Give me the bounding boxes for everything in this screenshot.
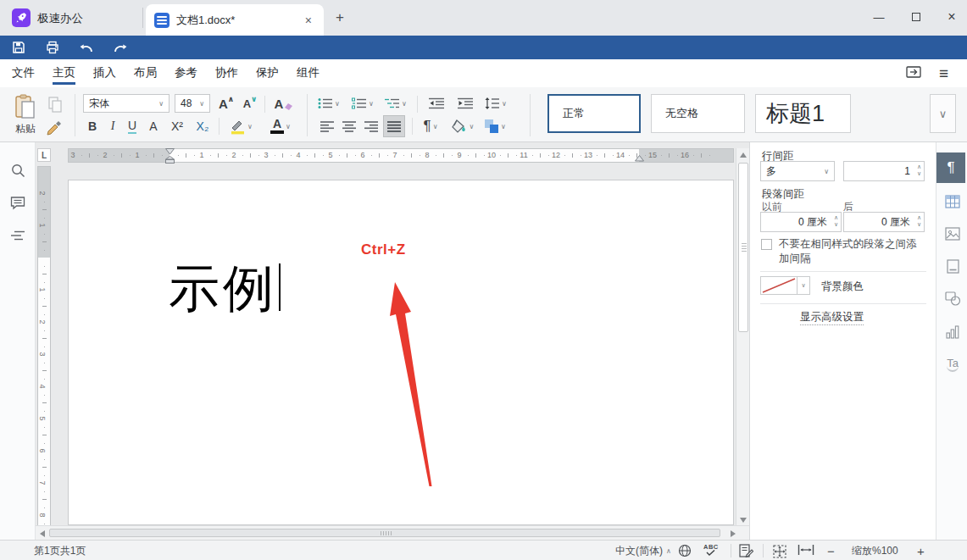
language-selector[interactable]: 中文(简体) ∧ bbox=[615, 544, 671, 558]
borders-button[interactable]: ∨ bbox=[480, 116, 510, 136]
undo-button[interactable] bbox=[75, 39, 98, 56]
spinner-up-icon[interactable]: ∧ bbox=[917, 164, 921, 170]
align-left-button[interactable] bbox=[317, 116, 337, 136]
spinner-down-icon[interactable]: ∨ bbox=[917, 221, 921, 228]
styles-gallery-expand-button[interactable]: ∨ bbox=[930, 94, 956, 133]
horizontal-scrollbar[interactable] bbox=[36, 525, 749, 540]
multilevel-list-button[interactable]: ∨ bbox=[381, 94, 410, 113]
outline-button[interactable] bbox=[8, 226, 27, 245]
tab-close-icon[interactable]: × bbox=[302, 14, 315, 27]
clear-format-button[interactable]: A bbox=[271, 94, 297, 113]
scroll-right-arrow[interactable] bbox=[731, 530, 736, 537]
grow-font-button[interactable]: A∧ bbox=[215, 94, 237, 113]
image-panel-tab[interactable] bbox=[942, 224, 963, 244]
hamburger-menu-button[interactable]: ≡ bbox=[939, 64, 948, 83]
app-logo-icon[interactable] bbox=[12, 8, 31, 27]
left-indent-marker[interactable] bbox=[165, 156, 175, 164]
font-color-button[interactable]: A ∨ bbox=[264, 116, 297, 136]
bold-button[interactable]: B bbox=[84, 116, 101, 136]
style-no-spacing[interactable]: 无空格 bbox=[651, 94, 745, 133]
line-spacing-button[interactable]: ∨ bbox=[481, 94, 510, 113]
fit-page-button[interactable] bbox=[772, 544, 787, 559]
comments-button[interactable] bbox=[8, 193, 27, 212]
font-size-select[interactable]: 48 ∨ bbox=[175, 94, 210, 113]
vertical-scrollbar[interactable] bbox=[736, 148, 749, 528]
underline-button[interactable]: U bbox=[124, 116, 141, 136]
table-panel-tab[interactable] bbox=[942, 191, 963, 212]
vertical-ruler[interactable]: 2112345678 bbox=[37, 166, 51, 525]
superscript-button[interactable]: X² bbox=[166, 116, 188, 136]
style-normal[interactable]: 正常 bbox=[547, 94, 641, 133]
scroll-left-arrow[interactable] bbox=[40, 530, 45, 537]
first-line-indent-marker[interactable] bbox=[165, 148, 175, 155]
document-page[interactable]: 示例 Ctrl+Z bbox=[68, 180, 734, 525]
save-button[interactable] bbox=[7, 39, 31, 56]
print-button[interactable] bbox=[41, 39, 64, 56]
paragraph-mark-button[interactable]: ¶ ∨ bbox=[418, 116, 443, 136]
align-justify-button[interactable] bbox=[383, 115, 405, 137]
tab-stop-selector[interactable]: L bbox=[37, 148, 51, 162]
spinner-down-icon[interactable]: ∨ bbox=[834, 221, 838, 228]
page-panel-tab[interactable] bbox=[942, 256, 963, 276]
menu-insert[interactable]: 插入 bbox=[93, 65, 116, 80]
horizontal-ruler[interactable]: 32112345678910111213141516 bbox=[68, 148, 734, 163]
scroll-up-arrow[interactable] bbox=[740, 152, 747, 158]
new-tab-button[interactable]: + bbox=[336, 9, 344, 26]
document-text[interactable]: 示例 bbox=[169, 263, 281, 314]
spinner-down-icon[interactable]: ∨ bbox=[917, 170, 921, 177]
shrink-font-button[interactable]: A∨ bbox=[239, 94, 261, 113]
maximize-button[interactable] bbox=[903, 6, 929, 28]
close-button[interactable]: × bbox=[939, 6, 964, 28]
line-spacing-number-input[interactable]: 1 ∧∨ bbox=[843, 161, 925, 181]
shapes-panel-tab[interactable] bbox=[942, 288, 963, 308]
search-button[interactable] bbox=[8, 161, 27, 180]
vertical-scroll-thumb[interactable] bbox=[738, 163, 748, 332]
advanced-settings-link[interactable]: 显示高级设置 bbox=[800, 310, 864, 325]
zoom-in-button[interactable]: + bbox=[917, 544, 925, 558]
copy-button[interactable] bbox=[44, 94, 66, 114]
decrease-indent-button[interactable] bbox=[424, 94, 449, 113]
increase-indent-button[interactable] bbox=[453, 94, 478, 113]
translate-button[interactable] bbox=[678, 544, 692, 557]
background-color-swatch[interactable] bbox=[760, 276, 797, 295]
bullets-button[interactable]: ∨ bbox=[315, 94, 342, 113]
subscript-button[interactable]: X₂ bbox=[192, 116, 214, 136]
horizontal-scroll-thumb[interactable] bbox=[49, 529, 720, 537]
right-indent-marker[interactable] bbox=[635, 155, 644, 162]
spacing-before-input[interactable]: 0 厘米 ∧∨ bbox=[760, 212, 842, 232]
fit-width-button[interactable] bbox=[797, 544, 814, 556]
menu-reference[interactable]: 参考 bbox=[175, 65, 197, 80]
menu-protect[interactable]: 保护 bbox=[256, 65, 279, 80]
shading-button[interactable]: ∨ bbox=[447, 116, 477, 136]
paste-label[interactable]: 粘贴 bbox=[7, 121, 44, 136]
numbering-button[interactable]: ∨ bbox=[349, 94, 376, 113]
spacing-after-input[interactable]: 0 厘米 ∧∨ bbox=[843, 212, 925, 232]
spinner-up-icon[interactable]: ∧ bbox=[834, 214, 838, 221]
menu-home[interactable]: 主页 bbox=[53, 65, 75, 80]
menu-file[interactable]: 文件 bbox=[12, 65, 35, 80]
align-right-button[interactable] bbox=[361, 116, 381, 136]
align-center-button[interactable] bbox=[339, 116, 359, 136]
highlight-color-button[interactable]: ∨ bbox=[225, 116, 256, 136]
format-painter-button[interactable] bbox=[42, 116, 68, 138]
italic-button[interactable]: I bbox=[105, 116, 120, 136]
share-export-button[interactable] bbox=[905, 64, 922, 80]
chart-panel-tab[interactable] bbox=[942, 322, 963, 342]
spinner-up-icon[interactable]: ∧ bbox=[917, 214, 921, 221]
char-border-button[interactable]: A bbox=[145, 116, 162, 136]
minimize-button[interactable]: — bbox=[866, 6, 892, 28]
menu-layout[interactable]: 布局 bbox=[134, 65, 157, 80]
style-heading1[interactable]: 标题1 bbox=[755, 94, 851, 133]
font-name-select[interactable]: 宋体 ∨ bbox=[83, 94, 170, 113]
line-spacing-select[interactable]: 多 ∨ bbox=[760, 161, 835, 181]
no-space-between-checkbox[interactable] bbox=[761, 239, 772, 250]
track-changes-button[interactable] bbox=[739, 544, 753, 557]
paragraph-panel-tab[interactable]: ¶ bbox=[936, 152, 965, 183]
textart-panel-tab[interactable]: Ta bbox=[942, 354, 963, 374]
menu-components[interactable]: 组件 bbox=[297, 65, 320, 80]
spellcheck-button[interactable]: ABC bbox=[703, 544, 719, 556]
paste-button[interactable] bbox=[8, 92, 42, 121]
background-color-dropdown[interactable]: ∨ bbox=[797, 276, 810, 295]
zoom-out-button[interactable]: − bbox=[827, 544, 835, 558]
zoom-level[interactable]: 缩放%100 bbox=[852, 544, 898, 558]
